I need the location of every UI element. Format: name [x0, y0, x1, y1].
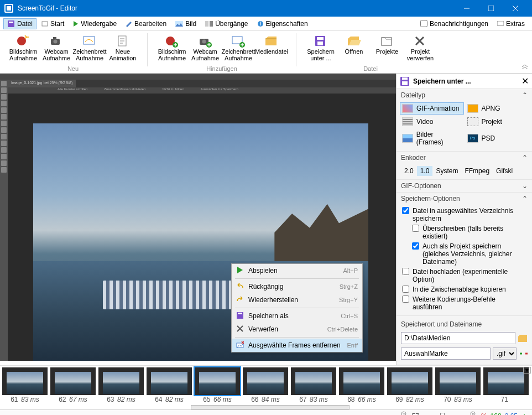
- svg-rect-1: [8, 20, 14, 27]
- frame-thumb[interactable]: 70 83 ms: [435, 367, 481, 404]
- frame-thumb[interactable]: 65 66 ms: [194, 367, 241, 404]
- opt-also-project[interactable]: Auch als Projekt speichern (gleiches Ver…: [412, 242, 526, 266]
- filetype-project[interactable]: Projekt: [465, 116, 529, 128]
- extension-select[interactable]: .gif: [493, 347, 517, 360]
- minimize-button[interactable]: [455, 0, 479, 17]
- add-webcam-recording-button[interactable]: WebcamAufnahme: [189, 33, 222, 64]
- svg-point-19: [202, 40, 206, 44]
- context-discard[interactable]: VerwerfenCtrl+Delete: [232, 323, 362, 336]
- context-save-as[interactable]: Speichern alsCtrl+S: [232, 309, 362, 323]
- frames-scroll-down[interactable]: ▾: [523, 367, 531, 374]
- svg-rect-13: [53, 37, 56, 39]
- encoder-ffmpeg[interactable]: FFmpeg: [461, 166, 493, 176]
- opt-overwrite[interactable]: Überschreiben (falls bereits existiert): [412, 225, 526, 240]
- context-remove-frames[interactable]: Ausgewählte Frames entfernenEntf: [232, 339, 362, 352]
- filetype-images[interactable]: Bilder (Frames): [400, 129, 464, 148]
- encoder-system[interactable]: System: [432, 166, 461, 176]
- menu-file[interactable]: Datei: [3, 18, 36, 29]
- new-board-recording-button[interactable]: ZeichenbrettAufnahme: [73, 33, 106, 64]
- maximize-button[interactable]: [479, 0, 503, 17]
- svg-rect-32: [402, 81, 408, 85]
- section-save-options[interactable]: Speichern-Optionen⌃: [397, 193, 532, 205]
- new-animation-button[interactable]: NeueAnimation: [106, 33, 139, 64]
- filetype-video[interactable]: Video: [400, 116, 464, 128]
- filetype-psd[interactable]: PsPSD: [465, 129, 529, 148]
- menu-start[interactable]: Start: [38, 18, 68, 29]
- section-filetype[interactable]: Dateityp⌃: [397, 89, 532, 101]
- encoder-gifski[interactable]: Gifski: [493, 166, 516, 176]
- frame-thumb[interactable]: 66 84 ms: [242, 367, 289, 404]
- filetype-gif[interactable]: GIF-Animation: [400, 102, 464, 115]
- open-button[interactable]: Öffnen: [337, 33, 371, 64]
- browse-folder-icon[interactable]: [518, 334, 528, 343]
- menu-properties[interactable]: iEigenschaften: [253, 18, 312, 29]
- context-play[interactable]: AbspielenAlt+P: [232, 264, 362, 277]
- menu-edit[interactable]: Bearbeiten: [122, 18, 170, 29]
- remove-button-icon[interactable]: [524, 349, 528, 358]
- svg-rect-5: [205, 21, 208, 27]
- save-panel-close[interactable]: ✕: [521, 76, 529, 86]
- zoom-value: 57: [412, 412, 419, 416]
- new-screen-recording-button[interactable]: BildschirmAufnahme: [7, 33, 40, 64]
- save-as-button[interactable]: Speichernunter ...: [304, 33, 337, 64]
- context-menu: AbspielenAlt+P RückgängigStrg+Z Wiederhe…: [231, 263, 363, 352]
- svg-point-12: [54, 40, 58, 44]
- svg-rect-14: [84, 37, 95, 44]
- svg-point-10: [17, 37, 26, 45]
- frame-thumb[interactable]: 63 82 ms: [98, 367, 144, 404]
- frame-thumb[interactable]: 71: [483, 367, 529, 404]
- save-icon: [236, 312, 245, 320]
- svg-rect-6: [210, 21, 213, 27]
- encoder-2-0[interactable]: 2.0: [401, 166, 417, 176]
- status-plus-icon[interactable]: ＋: [521, 411, 528, 415]
- menu-transitions[interactable]: Übergänge: [201, 18, 252, 29]
- folder-input[interactable]: [401, 332, 515, 344]
- frame-thumb[interactable]: 69 82 ms: [387, 367, 433, 404]
- frame-thumb[interactable]: 62 67 ms: [50, 367, 96, 404]
- add-button-icon[interactable]: [519, 349, 522, 358]
- opt-upload[interactable]: Datei hochladen (experimentelle Option): [402, 268, 526, 283]
- svg-rect-28: [238, 313, 242, 314]
- opt-clipboard[interactable]: In die Zwischenablage kopieren: [402, 286, 526, 293]
- add-screen-recording-button[interactable]: BildschirmAufnahme: [155, 33, 189, 64]
- section-encoder[interactable]: Enkoder⌃: [397, 152, 532, 164]
- menu-image[interactable]: Bild: [171, 18, 200, 29]
- add-media-button[interactable]: Mediendatei: [255, 33, 288, 64]
- canvas-area[interactable]: Image_0-1021.jpg bei 25% (RGB/8) Alle Fe…: [0, 74, 396, 361]
- context-undo[interactable]: RückgängigStrg+Z: [232, 280, 362, 293]
- app-icon: [4, 4, 13, 13]
- undo-icon: [236, 282, 245, 291]
- opt-postcmd[interactable]: Weitere Kodierungs-Befehle ausführen: [402, 295, 526, 311]
- svg-rect-2: [9, 22, 13, 23]
- encoder-1-0[interactable]: 1.0: [417, 166, 433, 176]
- menu-extras[interactable]: Extras: [493, 18, 529, 29]
- notifications-checkbox[interactable]: [420, 20, 427, 27]
- opt-save-folder[interactable]: Datei in ausgewähltes Verzeichnis speich…: [402, 207, 526, 222]
- add-board-recording-button[interactable]: ZeichenbrettAufnahme: [222, 33, 255, 64]
- redo-icon: [236, 295, 245, 304]
- frame-thumb[interactable]: 67 83 ms: [290, 367, 337, 404]
- window-title: ScreenToGif - Editor: [18, 4, 455, 12]
- menu-playback[interactable]: Wiedergabe: [69, 18, 121, 29]
- section-gif-options[interactable]: GIF-Optionen⌄: [397, 180, 532, 192]
- frames-scrollbar[interactable]: [191, 405, 350, 409]
- context-redo[interactable]: WiederherstellenStrg+Y: [232, 293, 362, 307]
- ribbon-group-add: BildschirmAufnahme WebcamAufnahme Zeiche…: [152, 33, 291, 72]
- frame-thumb[interactable]: 61 83 ms: [2, 367, 48, 404]
- filename-input[interactable]: [401, 347, 491, 360]
- frames-strip[interactable]: 61 83 ms62 67 ms63 82 ms64 82 ms65 66 ms…: [0, 365, 532, 409]
- discard-project-button[interactable]: Projektverwerfen: [404, 33, 437, 64]
- zoom-out-icon[interactable]: [401, 411, 409, 415]
- ribbon-collapse-button[interactable]: [521, 63, 529, 71]
- svg-rect-3: [42, 22, 48, 26]
- close-button[interactable]: [503, 0, 528, 17]
- new-webcam-recording-button[interactable]: WebcamAufnahme: [40, 33, 73, 64]
- svg-rect-24: [317, 37, 324, 40]
- ribbon-group-new: BildschirmAufnahme WebcamAufnahme Zeiche…: [3, 33, 143, 72]
- projects-button[interactable]: Projekte: [371, 33, 404, 64]
- menu-notifications[interactable]: Benachrichtigungen: [416, 18, 492, 29]
- frame-thumb[interactable]: 64 82 ms: [146, 367, 192, 404]
- filetype-apng[interactable]: APNG: [465, 102, 529, 115]
- zoom-in-icon[interactable]: [470, 411, 478, 415]
- frame-thumb[interactable]: 68 66 ms: [338, 367, 385, 404]
